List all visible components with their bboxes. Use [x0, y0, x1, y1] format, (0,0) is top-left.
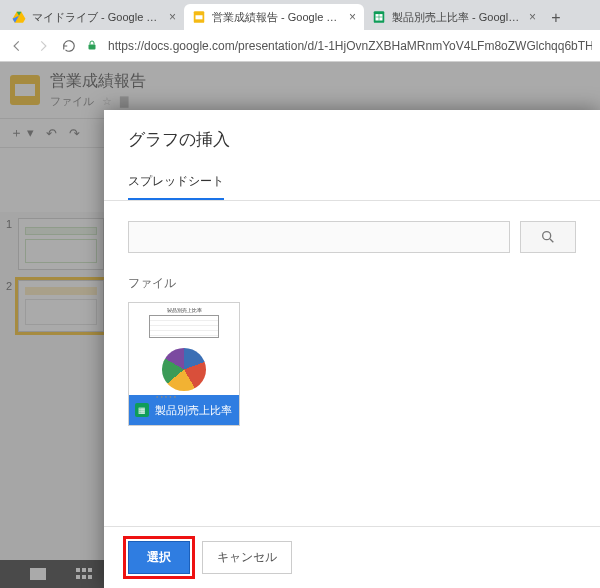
browser-address-bar: https://docs.google.com/presentation/d/1… — [0, 30, 600, 62]
sheets-icon: ▦ — [135, 403, 149, 417]
tab-title: 製品別売上比率 - Google スプレ… — [392, 10, 523, 25]
forward-button[interactable] — [34, 37, 52, 55]
close-icon[interactable]: × — [349, 10, 356, 24]
svg-rect-4 — [196, 15, 203, 19]
sheets-icon — [372, 10, 386, 24]
drive-icon — [12, 10, 26, 24]
new-tab-button[interactable]: + — [544, 6, 568, 30]
reload-button[interactable] — [60, 37, 78, 55]
svg-point-17 — [543, 232, 551, 240]
back-button[interactable] — [8, 37, 26, 55]
browser-tabstrip: マイドライブ - Google ドライブ × 営業成績報告 - Google ス… — [0, 0, 600, 30]
browser-tab-sheets[interactable]: 製品別売上比率 - Google スプレ… × — [364, 4, 544, 30]
tab-title: マイドライブ - Google ドライブ — [32, 10, 163, 25]
close-icon[interactable]: × — [529, 10, 536, 24]
dialog-title: グラフの挿入 — [128, 128, 576, 151]
preview-table-icon — [149, 315, 219, 338]
preview-pie-icon — [162, 348, 206, 391]
tab-spreadsheet[interactable]: スプレッドシート — [128, 173, 224, 201]
files-section-label: ファイル — [128, 275, 576, 292]
search-icon — [540, 229, 556, 245]
file-name: 製品別売上比率 — [155, 403, 232, 418]
slides-icon — [192, 10, 206, 24]
url-text[interactable]: https://docs.google.com/presentation/d/1… — [108, 39, 592, 53]
tab-title: 営業成績報告 - Google スライド — [212, 10, 343, 25]
cancel-button[interactable]: キャンセル — [202, 541, 292, 574]
dialog-footer: 選択 キャンセル — [104, 526, 600, 588]
svg-line-18 — [550, 239, 553, 242]
lock-icon — [86, 39, 100, 53]
select-button[interactable]: 選択 — [128, 541, 190, 574]
browser-tab-slides[interactable]: 営業成績報告 - Google スライド × — [184, 4, 364, 30]
search-button[interactable] — [520, 221, 576, 253]
close-icon[interactable]: × — [169, 10, 176, 24]
search-input[interactable] — [128, 221, 510, 253]
insert-chart-dialog: グラフの挿入 スプレッドシート ファイル 製品別売上比率 ▦ 製品別売上比率 選… — [104, 110, 600, 588]
file-preview: 製品別売上比率 — [129, 303, 239, 395]
file-caption: ▦ 製品別売上比率 — [129, 395, 239, 425]
svg-rect-9 — [89, 44, 96, 49]
file-card[interactable]: 製品別売上比率 ▦ 製品別売上比率 — [128, 302, 240, 426]
browser-tab-drive[interactable]: マイドライブ - Google ドライブ × — [4, 4, 184, 30]
